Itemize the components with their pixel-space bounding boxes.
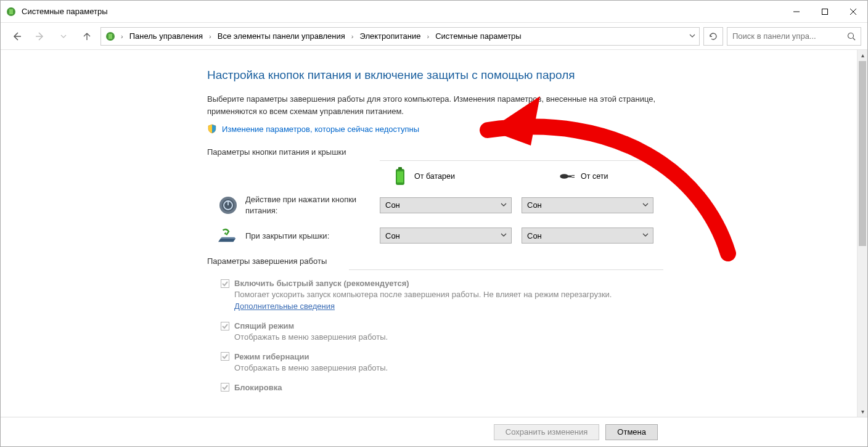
scroll-down-arrow[interactable]: ▾ xyxy=(858,406,867,417)
page-heading: Настройка кнопок питания и включение защ… xyxy=(207,68,663,82)
chevron-right-icon: › xyxy=(118,33,126,40)
checkbox[interactable] xyxy=(221,352,229,361)
svg-rect-13 xyxy=(398,167,402,170)
battery-icon xyxy=(392,167,408,186)
chevron-down-icon xyxy=(642,231,649,240)
breadcrumb-item[interactable]: Системные параметры xyxy=(434,31,522,41)
window-controls xyxy=(782,1,867,22)
divider xyxy=(349,269,663,270)
power-button-battery-dropdown[interactable]: Сон xyxy=(380,197,512,213)
setting-row-power-button: Действие при нажатии кнопки питания: Сон… xyxy=(218,194,663,216)
lid-close-plugged-dropdown[interactable]: Сон xyxy=(522,228,653,244)
titlebar: Системные параметры xyxy=(1,1,867,23)
scrollbar-thumb[interactable] xyxy=(859,61,866,246)
check-label: Включить быстрый запуск (рекомендуется) xyxy=(234,279,409,288)
section-shutdown-label: Параметры завершения работы xyxy=(207,256,663,266)
svg-line-11 xyxy=(853,38,856,40)
save-button[interactable]: Сохранить изменения xyxy=(494,424,600,440)
shield-icon xyxy=(207,124,217,134)
check-desc: Отображать в меню завершения работы. xyxy=(234,363,663,374)
admin-link-row: Изменение параметров, которые сейчас нед… xyxy=(207,124,663,134)
search-box[interactable] xyxy=(727,27,861,46)
up-button[interactable] xyxy=(77,28,97,45)
window-frame: Системные параметры › Панель управления … xyxy=(0,0,868,447)
checkbox[interactable] xyxy=(221,322,229,330)
app-icon xyxy=(6,6,17,17)
column-battery-label: От батареи xyxy=(414,172,455,181)
divider xyxy=(380,160,663,161)
more-info-link[interactable]: Дополнительные сведения xyxy=(234,301,335,311)
svg-point-10 xyxy=(848,33,854,38)
recent-dropdown[interactable] xyxy=(54,28,73,45)
footer: Сохранить изменения Отмена xyxy=(1,417,867,446)
check-label: Спящий режим xyxy=(234,321,294,330)
checkbox[interactable] xyxy=(221,279,229,288)
vertical-scrollbar[interactable]: ▴ ▾ xyxy=(857,50,867,417)
column-headers: От батареи От сети xyxy=(392,167,663,186)
chevron-right-icon: › xyxy=(425,33,432,40)
navbar: › Панель управления › Все элементы панел… xyxy=(1,23,867,50)
content-area: Настройка кнопок питания и включение защ… xyxy=(1,50,867,417)
breadcrumb-item[interactable]: Электропитание xyxy=(359,31,422,41)
row-label: Действие при нажатии кнопки питания: xyxy=(245,194,380,216)
plug-icon xyxy=(559,167,575,186)
refresh-button[interactable] xyxy=(703,27,723,46)
search-icon xyxy=(847,32,856,43)
cancel-button[interactable]: Отмена xyxy=(605,424,658,440)
check-sleep: Спящий режим Отображать в меню завершени… xyxy=(221,321,663,343)
section-power-lid-label: Параметры кнопки питания и крышки xyxy=(207,147,663,157)
page-intro: Выберите параметры завершения работы для… xyxy=(207,93,663,118)
breadcrumb[interactable]: › Панель управления › Все элементы панел… xyxy=(100,27,700,46)
svg-rect-1 xyxy=(9,9,13,14)
power-button-plugged-dropdown[interactable]: Сон xyxy=(522,197,653,213)
breadcrumb-dropdown[interactable] xyxy=(688,30,697,43)
chevron-down-icon xyxy=(500,201,507,210)
check-hibernate: Режим гибернации Отображать в меню завер… xyxy=(221,352,663,374)
column-plugged-label: От сети xyxy=(581,172,608,181)
chevron-right-icon: › xyxy=(207,33,214,40)
check-desc: Отображать в меню завершения работы. xyxy=(234,332,663,343)
scroll-up-arrow[interactable]: ▴ xyxy=(858,50,867,60)
maximize-button[interactable] xyxy=(811,1,839,22)
breadcrumb-item[interactable]: Все элементы панели управления xyxy=(216,31,346,41)
svg-rect-9 xyxy=(108,34,112,39)
check-label: Режим гибернации xyxy=(234,352,309,361)
window-title: Системные параметры xyxy=(22,7,782,16)
check-lock: Блокировка xyxy=(221,383,663,392)
lid-close-icon xyxy=(218,226,238,245)
back-button[interactable] xyxy=(7,28,27,45)
chevron-down-icon xyxy=(500,231,507,240)
minimize-button[interactable] xyxy=(782,1,811,22)
check-label: Блокировка xyxy=(234,383,282,392)
lid-close-battery-dropdown[interactable]: Сон xyxy=(380,228,512,244)
close-button[interactable] xyxy=(839,1,867,22)
chevron-down-icon xyxy=(642,201,649,210)
checkbox[interactable] xyxy=(221,383,229,392)
setting-row-lid-close: При закрытии крышки: Сон Сон xyxy=(218,226,663,245)
forward-button[interactable] xyxy=(30,28,50,45)
power-button-icon xyxy=(218,195,238,215)
svg-rect-3 xyxy=(822,9,828,14)
svg-rect-14 xyxy=(397,171,403,182)
chevron-right-icon: › xyxy=(349,33,356,40)
breadcrumb-item[interactable]: Панель управления xyxy=(128,31,204,41)
search-input[interactable] xyxy=(732,31,856,41)
row-label: При закрытии крышки: xyxy=(245,231,380,242)
control-panel-icon xyxy=(105,31,116,42)
svg-rect-16 xyxy=(567,176,572,178)
change-unavailable-settings-link[interactable]: Изменение параметров, которые сейчас нед… xyxy=(222,125,419,134)
check-fast-startup: Включить быстрый запуск (рекомендуется) … xyxy=(221,279,663,313)
check-desc: Помогает ускорить запуск компьютера посл… xyxy=(234,289,663,313)
